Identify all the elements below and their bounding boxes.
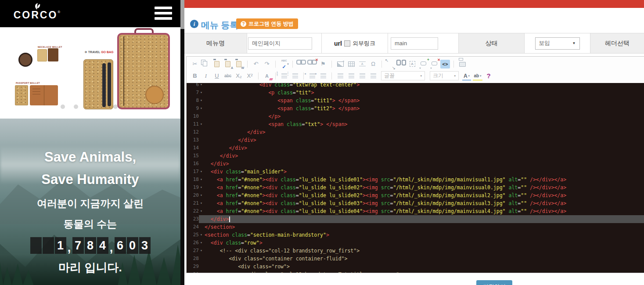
fold-spacer (199, 263, 205, 271)
find-icon[interactable] (396, 60, 406, 69)
code-line: 27▾ <!-- <div class="col-12 brandstory_r… (187, 247, 644, 255)
toolbar-separator (247, 61, 248, 68)
slider-dot[interactable] (74, 105, 78, 109)
cut-icon[interactable]: ✂ (190, 60, 200, 69)
product-photo-backpack[interactable] (83, 59, 113, 109)
anchor-flag-icon[interactable]: ⚑ (318, 60, 328, 69)
text-color-icon[interactable]: A▾ (462, 72, 471, 80)
corco-logo[interactable]: CORCO® (11, 3, 63, 20)
code-line: 25▾<section class="section-main-brandsto… (187, 231, 644, 239)
help-icon[interactable]: ? (484, 72, 493, 80)
fold-spacer (199, 223, 205, 231)
counter-digit-box: 4 (97, 237, 108, 254)
superscript-icon-glyph: X² (247, 72, 253, 79)
counter-digit-box: 3 (139, 237, 151, 254)
line-number: 8 (187, 97, 199, 105)
fold-arrow-icon: ▾ (199, 176, 205, 184)
program-link-help-button[interactable]: ? 프로그램 연동 방법 (236, 18, 298, 29)
fold-arrow-icon: ▾ (199, 239, 205, 247)
code-line: 12 </div> (187, 128, 644, 136)
product-photo-travel-bag[interactable] (117, 33, 170, 109)
fold-spacer (199, 144, 205, 152)
link-icon[interactable] (296, 60, 306, 69)
external-link-checkbox[interactable] (344, 40, 350, 47)
editor-toolbar: ✂AW↶↷▾✕⚑AΩA+✕<> BIUabcX₂X²A글꼴▾크기▾A▾ab▾? (187, 57, 644, 83)
code-line: 21▾ <a href="#none"><div class="lu_slide… (187, 199, 644, 207)
product-photo-cork-wallet[interactable] (15, 85, 28, 105)
align-left-icon[interactable] (335, 72, 345, 80)
code-line: 19▾ <a href="#none"><div class="lu_slide… (187, 184, 644, 191)
italic-icon[interactable]: I (201, 72, 211, 80)
product-photo-wallet-small-1[interactable] (37, 49, 47, 61)
strike-icon[interactable]: abc (223, 72, 233, 80)
status-select[interactable]: 보임▼ (535, 37, 580, 50)
table-icon-glyph (348, 61, 355, 67)
preview-scrollbar-thumb[interactable] (180, 0, 184, 29)
fold-arrow-icon: ▾ (199, 191, 205, 199)
image-icon[interactable] (335, 60, 345, 69)
code-text: <div class="row"> (205, 263, 644, 271)
align-right-icon[interactable] (357, 72, 367, 80)
subscript-icon[interactable]: X₂ (234, 72, 244, 80)
preview-scrollbar[interactable] (180, 0, 184, 285)
paste-icon[interactable] (212, 60, 222, 69)
code-text: <a href="#none"><div class="lu_slide lu_… (205, 184, 644, 191)
source-code-area[interactable]: 6▾ <div class="txtwrap text-center">7▾ <… (187, 83, 644, 273)
bubble-add-icon[interactable]: + (418, 60, 428, 69)
bold-icon-glyph: B (193, 72, 197, 79)
unordered-list-icon[interactable] (290, 72, 300, 80)
code-text: <span class="tit1"> </span> (205, 97, 644, 105)
print-icon[interactable] (457, 60, 467, 69)
align-justify-icon[interactable] (368, 72, 378, 80)
source-icon[interactable]: <> (440, 60, 450, 69)
paste-word-icon-badge: W (241, 66, 244, 69)
bold-icon[interactable]: B (190, 72, 200, 80)
bubble-remove-icon[interactable]: ✕ (429, 60, 439, 69)
underline-icon[interactable]: U (212, 72, 222, 80)
hero-title-line2: Save Humanity (0, 168, 180, 191)
unordered-list-icon-glyph (292, 73, 298, 78)
remove-format-icon[interactable]: A (262, 72, 272, 80)
maximize-icon[interactable] (385, 60, 395, 69)
unlink-icon[interactable]: ✕ (307, 60, 317, 69)
hero-subtitle: 여러분이 지금까지 살린 (0, 197, 180, 210)
x-mark-icon: ✕ (437, 58, 440, 62)
code-text: <div class="main_slider"> (205, 168, 644, 176)
product-photo-necklace[interactable] (18, 53, 32, 67)
select-all-icon[interactable]: A (407, 60, 417, 69)
save-button[interactable]: 저장하기 (476, 280, 512, 285)
menu-name-input[interactable] (248, 37, 312, 50)
source-icon-glyph: <> (443, 60, 448, 69)
special-char-icon[interactable]: Ω (368, 60, 378, 69)
spellcheck-icon[interactable]: ▾ (279, 60, 289, 69)
table-icon[interactable] (346, 60, 356, 69)
horizontal-line-icon[interactable]: A (357, 60, 367, 69)
superscript-icon[interactable]: X² (245, 72, 255, 80)
paste-text-icon[interactable]: A (223, 60, 233, 69)
code-text: </p> (205, 112, 644, 120)
line-number: 6 (187, 83, 199, 89)
product-photo-wallet-small-2[interactable] (48, 48, 58, 61)
fold-spacer (199, 255, 205, 263)
url-input[interactable] (391, 37, 438, 50)
code-text: <span class="txt"> </span> (205, 120, 644, 128)
copy-icon[interactable] (201, 60, 211, 69)
toolbar-separator (258, 72, 259, 79)
highlight-color-icon[interactable]: ab▾ (473, 72, 482, 80)
fold-arrow-icon: ▾ (199, 207, 205, 215)
fold-spacer (199, 112, 205, 120)
paste-word-icon[interactable]: W (234, 60, 244, 69)
font-dropdown[interactable]: 글꼴▾ (381, 71, 425, 80)
hamburger-menu-icon[interactable] (155, 7, 172, 21)
align-center-icon[interactable] (346, 72, 356, 80)
product-photo-leather-wallet[interactable] (30, 85, 58, 105)
external-link-label: 외부링크 (353, 40, 375, 47)
indent-icon[interactable] (318, 72, 328, 80)
slider-dot[interactable] (61, 105, 65, 109)
undo-icon[interactable]: ↶ (251, 60, 261, 69)
size-dropdown[interactable]: 크기▾ (430, 71, 459, 80)
redo-icon[interactable]: ↷ (262, 60, 272, 69)
code-line: 9▾ <span class="tit2"> </span> (187, 105, 644, 112)
link-icon-glyph (298, 62, 305, 66)
counter-suffix: 마리 입니다. (0, 260, 180, 275)
